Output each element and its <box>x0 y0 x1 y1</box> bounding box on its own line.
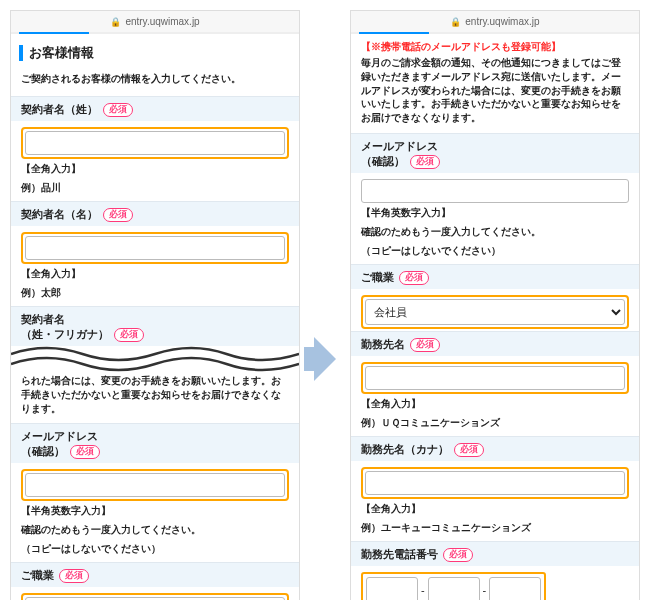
field-workplace: 勤務先名必須 <box>351 331 639 356</box>
tel-highlight: -- <box>361 572 546 600</box>
lock-icon: 🔒 <box>110 17 121 27</box>
wave-cut <box>11 346 299 374</box>
page-title: お客様情報 <box>11 34 299 68</box>
required-badge: 必須 <box>114 328 144 342</box>
required-badge: 必須 <box>443 548 473 562</box>
required-badge: 必須 <box>410 338 440 352</box>
required-badge: 必須 <box>59 569 89 583</box>
notice-red: 【※携帯電話のメールアドレスも登録可能】 <box>351 34 639 56</box>
hint: 【全角入力】 <box>11 161 299 182</box>
url-text: entry.uqwimax.jp <box>125 16 199 27</box>
field-occupation: ご職業必須 <box>351 264 639 289</box>
required-badge: 必須 <box>399 271 429 285</box>
field-firstname: 契約者名（名）必須 <box>11 201 299 226</box>
required-badge: 必須 <box>454 443 484 457</box>
warning-text: られた場合には、変更のお手続きをお願いいたします。お手続きいただかないと重要なお… <box>11 374 299 423</box>
field-email-confirm: メールアドレス（確認）必須 <box>351 133 639 173</box>
field-furigana: 契約者名（姓・フリガナ）必須 <box>11 306 299 346</box>
right-screen: 🔒entry.uqwimax.jp 【※携帯電話のメールアドレスも登録可能】 毎… <box>350 10 640 600</box>
required-badge: 必須 <box>103 103 133 117</box>
email-confirm-input[interactable] <box>25 473 285 497</box>
left-screen: 🔒entry.uqwimax.jp お客様情報 ご契約されるお客様の情報を入力し… <box>10 10 300 600</box>
hint: 確認のためもう一度入力してください。 <box>351 226 639 245</box>
required-badge: 必須 <box>70 445 100 459</box>
notice-para: 毎月のご請求金額の通知、その他通知につきましてはご登録いただきますメールアドレス… <box>351 56 639 133</box>
field-lastname: 契約者名（姓）必須 <box>11 96 299 121</box>
lock-icon: 🔒 <box>450 17 461 27</box>
tel-part-1[interactable] <box>366 577 418 600</box>
flow-arrow-icon <box>310 337 340 381</box>
workplace-input[interactable] <box>365 366 625 390</box>
hint: 【全角入力】 <box>351 501 639 522</box>
url-bar: 🔒entry.uqwimax.jp <box>351 11 639 32</box>
required-badge: 必須 <box>410 155 440 169</box>
hint: 例）ユーキューコミュニケーションズ <box>351 522 639 541</box>
hint: 【半角英数字入力】 <box>11 503 299 524</box>
url-bar: 🔒entry.uqwimax.jp <box>11 11 299 32</box>
tel-part-3[interactable] <box>489 577 541 600</box>
field-occupation: ご職業必須 <box>11 562 299 587</box>
hint: 【全角入力】 <box>11 266 299 287</box>
hint: 例）品川 <box>11 182 299 201</box>
hint: （コピーはしないでください） <box>351 245 639 264</box>
email-confirm-input[interactable] <box>361 179 629 203</box>
hint: 【全角入力】 <box>351 396 639 417</box>
required-badge: 必須 <box>103 208 133 222</box>
hint: 例）太郎 <box>11 287 299 306</box>
intro-text: ご契約されるお客様の情報を入力してください。 <box>11 68 299 96</box>
firstname-input[interactable] <box>25 236 285 260</box>
hint: 【半角英数字入力】 <box>351 205 639 226</box>
field-email-confirm: メールアドレス（確認）必須 <box>11 423 299 463</box>
hint: 確認のためもう一度入力してください。 <box>11 524 299 543</box>
workplace-kana-input[interactable] <box>365 471 625 495</box>
lastname-input[interactable] <box>25 131 285 155</box>
url-text: entry.uqwimax.jp <box>465 16 539 27</box>
hint: 例）ＵＱコミュニケーションズ <box>351 417 639 436</box>
occupation-select[interactable]: 会社員 <box>365 299 625 325</box>
field-workplace-kana: 勤務先名（カナ）必須 <box>351 436 639 461</box>
hint: （コピーはしないでください） <box>11 543 299 562</box>
field-work-tel: 勤務先電話番号必須 <box>351 541 639 566</box>
tel-part-2[interactable] <box>428 577 480 600</box>
